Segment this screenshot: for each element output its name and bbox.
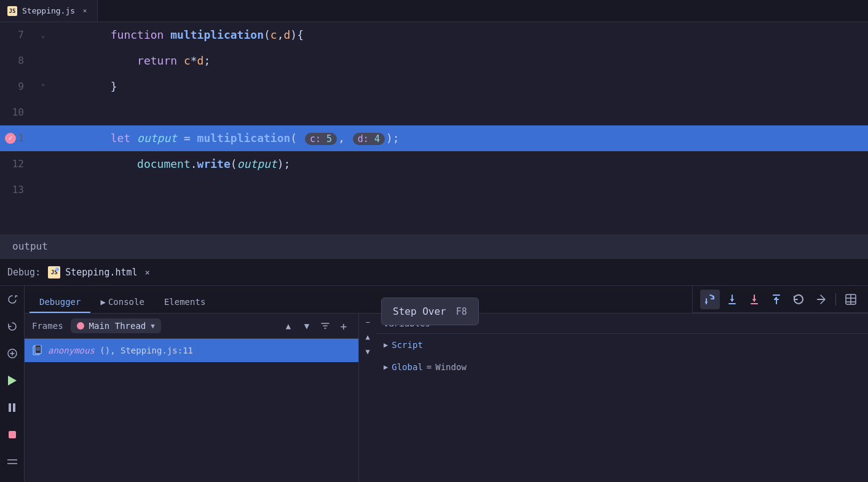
var-eq-global: =	[427, 362, 432, 372]
code-line-12: 12 document.write(output);	[0, 151, 868, 177]
frames-header: Frames Main Thread ▼ ▲ ▼	[25, 314, 358, 339]
tab-elements[interactable]: Elements	[154, 292, 215, 313]
code-lines: 7 ⌄ function multiplication(c,d){ 8 retu…	[0, 22, 868, 203]
play-side-icon[interactable]	[4, 372, 21, 389]
tooltip-label: Step Over	[393, 306, 446, 317]
line-num-7: 7	[0, 22, 34, 48]
play-triangle	[8, 376, 17, 385]
toolbar-separator	[835, 293, 836, 306]
tab-debugger[interactable]: Debugger	[30, 292, 90, 313]
step-over-button[interactable]	[700, 290, 720, 309]
stop-side-icon[interactable]	[4, 426, 21, 443]
variables-panel: Variables ▶ Script ▶ Global = Window	[376, 314, 868, 482]
output-label: output	[12, 240, 48, 252]
scroll-down-button[interactable]: ▼	[361, 346, 374, 358]
more-side-icon[interactable]	[4, 453, 21, 470]
var-item-global[interactable]: ▶ Global = Window	[376, 356, 868, 378]
frame-page-icon	[32, 345, 43, 356]
line-gutter-7: ⌄	[34, 22, 52, 48]
side-icons	[0, 286, 25, 482]
scroll-minus-button[interactable]: −	[361, 316, 374, 328]
var-arrow-script: ▶	[384, 341, 388, 349]
frames-label: Frames	[32, 321, 63, 331]
tab-bar: JS Stepping.js ×	[0, 0, 868, 22]
line-num-12: 12	[0, 151, 34, 177]
line-num-8: 8	[0, 48, 34, 74]
step-out-button[interactable]	[767, 290, 786, 309]
thread-dot	[77, 322, 84, 330]
code-content-12: document.write(output);	[52, 125, 868, 203]
frame-add-button[interactable]: +	[336, 318, 351, 333]
debug-filename: Stepping.html	[65, 267, 137, 278]
panel-tabs: Debugger ▶ Console Elements	[25, 286, 692, 313]
scroll-up-button[interactable]: ▲	[361, 331, 374, 343]
output-bar: output	[0, 234, 868, 259]
scroll-controls: − ▲ ▼	[359, 314, 376, 482]
var-item-script[interactable]: ▶ Script	[376, 334, 868, 356]
line-num-11: ✓ 11	[0, 125, 34, 151]
panels-content: Frames Main Thread ▼ ▲ ▼	[25, 314, 868, 482]
breakpoint-11[interactable]: ✓	[5, 133, 16, 144]
var-arrow-global: ▶	[384, 363, 388, 371]
thread-dropdown-arrow: ▼	[151, 322, 155, 330]
debug-close-button[interactable]: ×	[145, 267, 150, 277]
code-line-9: 9 ⌃ }	[0, 74, 868, 100]
tab-filename: Stepping.js	[22, 6, 75, 15]
console-play-icon: ▶	[100, 297, 105, 307]
pause-side-icon[interactable]	[4, 399, 21, 416]
line-num-13: 13	[0, 177, 34, 203]
var-key-script: Script	[392, 340, 423, 350]
frame-controls: ▲ ▼ +	[281, 318, 351, 333]
line-gutter-9: ⌃	[34, 74, 52, 100]
thread-name: Main Thread	[89, 321, 146, 331]
frame-filter-button[interactable]	[318, 318, 333, 333]
tab-stepping-js[interactable]: JS Stepping.js ×	[0, 0, 98, 22]
tab-close-button[interactable]: ×	[80, 6, 90, 16]
table-toggle-button[interactable]	[841, 290, 861, 309]
debug-file-icon: JS	[48, 266, 60, 279]
thread-selector[interactable]: Main Thread ▼	[71, 318, 161, 333]
step-over-tooltip: Step Over F8	[381, 298, 479, 325]
line-num-9: 9	[0, 74, 34, 100]
step-into-button[interactable]	[722, 290, 742, 309]
fold-icon-7[interactable]: ⌄	[41, 22, 45, 48]
fold-icon-9[interactable]: ⌃	[41, 74, 45, 100]
debugger-toolbar	[692, 286, 868, 313]
js-file-icon: JS	[7, 6, 17, 16]
frame-item-label: anonymous (), Stepping.js:11	[48, 346, 193, 355]
frame-up-button[interactable]: ▲	[281, 318, 296, 333]
var-val-global: Window	[435, 362, 467, 372]
reload-button[interactable]	[789, 290, 808, 309]
code-editor: 7 ⌄ function multiplication(c,d){ 8 retu…	[0, 22, 868, 234]
cycle-side-icon[interactable]	[4, 318, 21, 335]
var-key-global: Global	[392, 362, 423, 372]
frame-down-button[interactable]: ▼	[299, 318, 314, 333]
tooltip-shortcut: F8	[456, 306, 467, 317]
stop-button[interactable]	[811, 290, 831, 309]
wrench-side-icon[interactable]	[4, 345, 21, 362]
svg-rect-0	[9, 431, 16, 438]
tab-console[interactable]: ▶ Console	[90, 292, 154, 313]
frames-panel: Frames Main Thread ▼ ▲ ▼	[25, 314, 359, 482]
line-num-10: 10	[0, 100, 34, 125]
debug-label: Debug:	[7, 267, 41, 278]
svg-rect-9	[35, 345, 41, 354]
frame-item-anonymous[interactable]: anonymous (), Stepping.js:11	[25, 339, 358, 362]
reload-side-icon[interactable]	[4, 291, 21, 308]
step-into-force-button[interactable]	[744, 290, 764, 309]
debug-bar: Debug: JS Stepping.html ×	[0, 259, 868, 286]
